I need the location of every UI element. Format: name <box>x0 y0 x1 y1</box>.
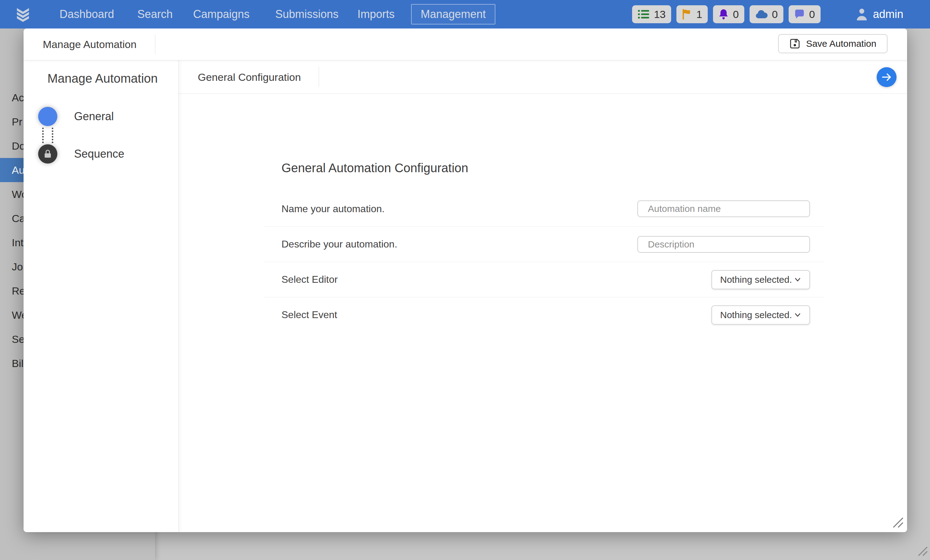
form-rows: Name your automation. Describe your auto… <box>265 191 824 332</box>
form-row-editor: Select Editor Nothing selected. <box>265 262 824 297</box>
nav-item-dashboard[interactable]: Dashboard <box>60 0 114 29</box>
chevron-down-icon <box>794 276 801 284</box>
nav-right-cluster: 13 1 0 0 0 <box>632 0 903 29</box>
form-row-description: Describe your automation. <box>265 226 824 262</box>
modal-body: Manage Automation General Sequence Gener… <box>23 60 907 532</box>
step-connector-dotted-line <box>42 127 44 143</box>
event-select-value: Nothing selected. <box>720 310 792 320</box>
tab-divider <box>319 67 319 87</box>
badge-count: 1 <box>696 8 702 20</box>
save-button-label: Save Automation <box>806 38 876 49</box>
step-general-label[interactable]: General <box>74 107 114 126</box>
description-label: Describe your automation. <box>282 238 397 250</box>
nav-item-imports[interactable]: Imports <box>357 0 395 29</box>
step-connector-dotted-line <box>52 127 53 143</box>
editor-select-dropdown[interactable]: Nothing selected. <box>711 270 810 289</box>
modal-resize-grip-icon[interactable] <box>891 515 904 530</box>
badge-count: 13 <box>654 8 665 20</box>
save-icon <box>789 38 801 49</box>
configuration-content: General Configuration General Automation… <box>179 60 907 532</box>
flag-icon <box>682 9 692 20</box>
queue-count-badge[interactable]: 13 <box>632 5 671 23</box>
nav-item-campaigns[interactable]: Campaigns <box>193 0 249 29</box>
steps-panel: Manage Automation General Sequence <box>23 60 179 532</box>
page-resize-grip-icon[interactable] <box>916 545 928 558</box>
save-automation-button[interactable]: Save Automation <box>778 34 887 53</box>
cloud-icon <box>755 9 768 19</box>
chat-icon <box>794 9 805 20</box>
top-navbar: Dashboard Search Campaigns Submissions I… <box>0 0 930 29</box>
tab-general-configuration[interactable]: General Configuration <box>198 60 301 94</box>
user-menu[interactable]: admin <box>856 8 903 21</box>
form-row-event: Select Event Nothing selected. <box>265 297 824 332</box>
select-editor-label: Select Editor <box>282 274 337 285</box>
steps-panel-title: Manage Automation <box>48 72 158 86</box>
flag-count-badge[interactable]: 1 <box>676 5 708 23</box>
form-heading: General Automation Configuration <box>282 161 468 175</box>
name-label: Name your automation. <box>282 203 385 215</box>
modal-header: Manage Automation Save Automation <box>23 29 907 60</box>
badge-count: 0 <box>772 8 778 20</box>
step-general-indicator[interactable] <box>38 107 57 126</box>
select-event-label: Select Event <box>282 309 337 321</box>
manage-automation-modal: Manage Automation Save Automation Manage… <box>23 29 907 532</box>
modal-title: Manage Automation <box>43 29 136 60</box>
badge-count: 0 <box>809 8 815 20</box>
notifications-count-badge[interactable]: 0 <box>713 5 744 23</box>
lock-icon <box>43 149 52 159</box>
arrow-right-icon <box>881 72 892 82</box>
nav-item-submissions[interactable]: Submissions <box>275 0 339 29</box>
person-icon <box>856 8 868 21</box>
bell-icon <box>719 9 728 20</box>
editor-select-value: Nothing selected. <box>720 275 792 285</box>
automation-name-input[interactable] <box>637 200 810 217</box>
event-select-dropdown[interactable]: Nothing selected. <box>711 305 810 325</box>
nav-item-search[interactable]: Search <box>137 0 172 29</box>
username-label: admin <box>873 8 903 21</box>
app-logo-icon[interactable] <box>17 8 29 23</box>
step-sequence-indicator-locked[interactable] <box>38 144 57 164</box>
badge-count: 0 <box>733 8 739 20</box>
next-step-button[interactable] <box>877 67 896 87</box>
automation-description-input[interactable] <box>637 236 810 253</box>
chevron-down-icon <box>794 311 801 319</box>
configuration-header: General Configuration <box>179 60 907 94</box>
list-icon <box>637 9 650 19</box>
messages-count-badge[interactable]: 0 <box>788 5 821 23</box>
form-row-name: Name your automation. <box>265 191 824 226</box>
nav-item-management-active[interactable]: Management <box>411 4 495 25</box>
step-sequence-label[interactable]: Sequence <box>74 144 124 164</box>
cloud-count-badge[interactable]: 0 <box>750 5 784 23</box>
